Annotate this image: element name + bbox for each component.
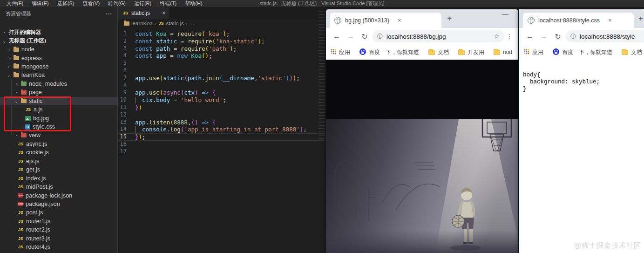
code-line-12[interactable]: 12	[118, 111, 326, 119]
browser-tab[interactable]: bg.jpg (500×313) ×	[330, 13, 441, 28]
tree-item-get.js[interactable]: JSget.js	[0, 165, 117, 174]
tree-item-express[interactable]: ›express	[0, 54, 117, 62]
breadcrumb-item[interactable]: learnKoa	[131, 21, 153, 26]
tree-item-style.css[interactable]: 3style.css	[0, 123, 117, 131]
address-bar[interactable]: ⓘ localhost:8888/bg.jpg ☆	[373, 30, 504, 42]
bookmark-star-icon[interactable]: ☆	[494, 33, 500, 40]
code-line-15[interactable]: 15});	[118, 133, 326, 141]
tree-section-无标题 (工作区)[interactable]: ⌄无标题 (工作区)	[0, 36, 117, 45]
new-tab-icon[interactable]: +	[638, 14, 643, 23]
back-icon[interactable]: ←	[524, 32, 536, 41]
menu-item[interactable]: 编辑(E)	[28, 0, 53, 7]
code-line-16[interactable]: 16	[118, 141, 326, 148]
tree-item-mongoose[interactable]: ›mongoose	[0, 62, 117, 71]
tree-item-post.js[interactable]: JSpost.js	[0, 208, 117, 217]
code-line-3[interactable]: 3const path = require('path');	[118, 45, 326, 53]
tree-item-cookie.js[interactable]: JScookie.js	[0, 148, 117, 157]
bookmark-item[interactable]: 文档	[428, 48, 449, 56]
code-line-14[interactable]: 14 console.log('app is starting in at po…	[118, 126, 326, 133]
menu-item[interactable]: 查看(V)	[79, 0, 103, 7]
bookmark-item[interactable]: 百度一下，你就知道	[553, 48, 612, 56]
code-line-9[interactable]: 9app.use(async(ctx) => {	[118, 89, 326, 96]
menu-item[interactable]: 终端(T)	[156, 0, 180, 7]
tree-item-label: router4.js	[26, 244, 50, 250]
code-line-8[interactable]: 8	[118, 82, 326, 89]
breadcrumb-item[interactable]: static.js	[166, 21, 183, 26]
tree-item-view[interactable]: ›view	[0, 131, 117, 139]
folder-icon	[428, 50, 435, 55]
tree-item-label: async.js	[26, 141, 47, 147]
bookmark-item[interactable]: 应用	[524, 48, 543, 56]
tree-item-ejs.js[interactable]: JSejs.js	[0, 157, 117, 165]
browser-tab[interactable]: localhost:8888/style.css ×	[523, 13, 634, 28]
menu-item[interactable]: 选择(S)	[54, 0, 78, 7]
menu-item[interactable]: 文件(F)	[3, 0, 27, 7]
tree-item-package-lock.json[interactable]: npmpackage-lock.json	[0, 191, 117, 199]
chevron-icon: ›	[2, 30, 7, 34]
bookmark-item[interactable]: 开发用	[458, 48, 484, 56]
more-actions-icon[interactable]: ⋯	[105, 10, 112, 17]
bookmark-item[interactable]: 文档	[622, 48, 642, 56]
tab-static-js[interactable]: JS static.js ×	[118, 7, 169, 19]
tree-item-a.js[interactable]: JSa.js	[0, 105, 117, 114]
info-icon[interactable]: ⓘ	[377, 33, 383, 41]
code-line-6[interactable]: 6	[118, 67, 326, 75]
minimize-window-icon[interactable]: —	[502, 10, 508, 18]
forward-icon[interactable]: →	[538, 32, 550, 41]
code-lines[interactable]: 1const Koa = require('koa');2const stati…	[118, 30, 326, 253]
code-line-4[interactable]: 4const app = new Koa();	[118, 52, 326, 60]
code-line-10[interactable]: 10 ctx.body = 'hello word';	[118, 96, 326, 104]
code-line-17[interactable]: 17	[118, 148, 326, 156]
minimap[interactable]	[319, 11, 325, 139]
line-number: 13	[118, 119, 135, 126]
tree-item-learnKoa[interactable]: ⌄learnKoa	[0, 71, 117, 79]
code-line-5[interactable]: 5	[118, 60, 326, 67]
explorer-header: 资源管理器 ⋯	[0, 7, 117, 20]
tree-item-router4.js[interactable]: JSrouter4.js	[0, 243, 117, 251]
reload-icon[interactable]: ↻	[552, 32, 564, 41]
tree-item-index.js[interactable]: JSindex.js	[0, 174, 117, 182]
tree-item-label: mongoose	[21, 63, 48, 70]
menu-item[interactable]: 帮助(H)	[181, 0, 206, 7]
tree-item-router3.js[interactable]: JSrouter3.js	[0, 234, 117, 243]
close-tab-icon[interactable]: ×	[608, 17, 612, 24]
tree-item-router2.js[interactable]: JSrouter2.js	[0, 226, 117, 234]
menu-item[interactable]: 运行(R)	[130, 0, 155, 7]
tree-item-page[interactable]: ›page	[0, 88, 117, 96]
bookmark-item[interactable]: 应用	[331, 48, 350, 56]
breadcrumb-item[interactable]: …	[189, 21, 195, 26]
address-bar[interactable]: ⓘ localhost:8888/style	[566, 30, 644, 42]
bookmark-item[interactable]: 百度一下，你就知道	[359, 48, 419, 56]
breadcrumb[interactable]: learnKoa›JSstatic.js›…	[118, 19, 326, 27]
reload-icon[interactable]: ↻	[359, 32, 371, 41]
globe-favicon-icon	[528, 17, 535, 24]
close-tab-icon[interactable]: ×	[398, 17, 401, 24]
bookmark-item[interactable]: nod	[494, 49, 512, 55]
tree-item-static[interactable]: ⌄static	[0, 97, 117, 105]
code-line-13[interactable]: 13app.listen(8888,() => {	[118, 119, 326, 126]
tree-item-package.json[interactable]: npmpackage.json	[0, 200, 117, 208]
tree-item-router1.js[interactable]: JSrouter1.js	[0, 217, 117, 226]
back-icon[interactable]: ←	[331, 32, 343, 41]
menu-item[interactable]: 转到(G)	[104, 0, 129, 7]
forward-icon[interactable]: →	[345, 32, 357, 41]
info-icon[interactable]: ⓘ	[570, 33, 576, 41]
tree-item-async.js[interactable]: JSasync.js	[0, 140, 117, 148]
folder-icon	[14, 56, 19, 60]
close-tab-icon[interactable]: ×	[162, 10, 165, 16]
tree-item-static.js[interactable]: JSstatic.js	[0, 251, 117, 253]
code-text: ctx.body = 'hello word';	[135, 96, 226, 104]
tree-item-node[interactable]: ›node	[0, 45, 117, 54]
code-line-7[interactable]: 7app.use(static(path.join(__dirname,'sta…	[118, 75, 326, 82]
tree-item-bg.jpg[interactable]: bg.jpg	[0, 114, 117, 122]
code-line-2[interactable]: 2const static = require('koa-static');	[118, 38, 326, 45]
file-tree: ›打开的编辑器⌄无标题 (工作区)›node›express›mongoose⌄…	[0, 28, 117, 253]
line-number: 14	[118, 126, 135, 133]
new-tab-icon[interactable]: +	[447, 14, 452, 23]
tree-section-打开的编辑器[interactable]: ›打开的编辑器	[0, 28, 117, 36]
code-line-1[interactable]: 1const Koa = require('koa');	[118, 30, 326, 38]
code-line-11[interactable]: 11})	[118, 104, 326, 111]
tree-item-midPost.js[interactable]: JSmidPost.js	[0, 183, 117, 191]
tree-item-node_modules[interactable]: ›node_modules	[0, 80, 117, 88]
browser-menu-icon[interactable]: ⋮	[506, 33, 514, 40]
